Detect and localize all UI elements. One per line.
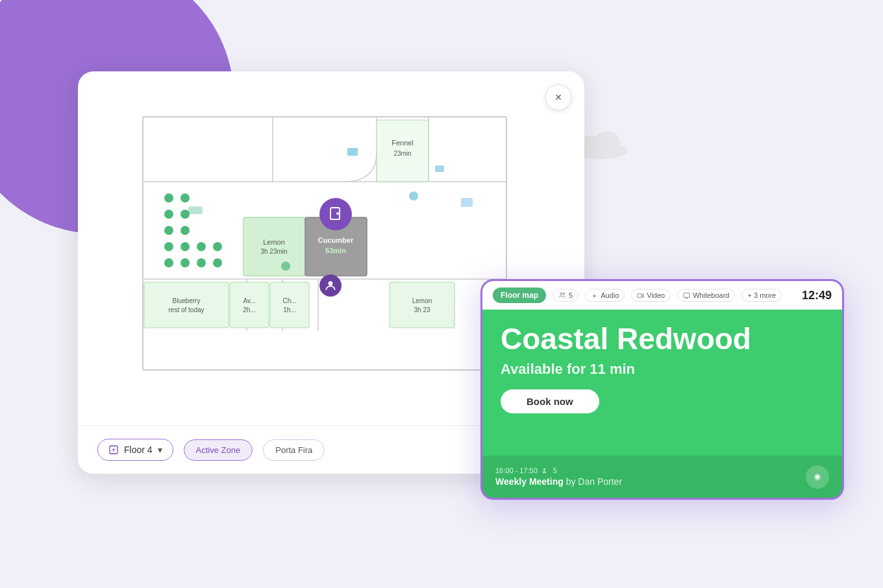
current-time: 12:49 bbox=[802, 289, 832, 302]
svg-rect-43 bbox=[435, 165, 444, 172]
svg-point-53 bbox=[180, 258, 190, 267]
svg-rect-42 bbox=[409, 191, 418, 201]
svg-text:Cucumber: Cucumber bbox=[318, 236, 354, 244]
zone-chip-porta-fira[interactable]: Porta Fira bbox=[263, 439, 325, 461]
svg-text:23min: 23min bbox=[393, 150, 411, 157]
audio-icon bbox=[591, 292, 598, 299]
svg-point-54 bbox=[197, 242, 206, 251]
svg-text:3h 23min: 3h 23min bbox=[260, 248, 287, 255]
floor-plan-svg: Fennel 23min Lemon 3h 23min Cucumber 53m… bbox=[91, 78, 532, 396]
svg-rect-39 bbox=[188, 206, 203, 214]
amenity-more: + 3 more bbox=[741, 289, 782, 302]
svg-rect-19 bbox=[243, 217, 305, 276]
svg-point-60 bbox=[336, 212, 339, 215]
svg-text:2h...: 2h... bbox=[243, 306, 255, 313]
amenity-audio: Audio bbox=[585, 289, 625, 302]
meeting-title: Weekly Meeting by Dan Porter bbox=[495, 476, 806, 487]
room-availability: Available for 11 min bbox=[501, 361, 824, 378]
svg-rect-21 bbox=[144, 282, 229, 328]
meeting-organizer: by Dan Porter bbox=[566, 476, 622, 487]
svg-text:53min: 53min bbox=[325, 247, 346, 254]
svg-rect-41 bbox=[347, 148, 358, 156]
card-header: Floor map 5 Audio Video bbox=[482, 281, 842, 310]
record-icon bbox=[812, 472, 823, 482]
svg-point-50 bbox=[164, 242, 173, 251]
svg-text:Lemon: Lemon bbox=[412, 297, 432, 304]
svg-point-55 bbox=[213, 242, 222, 251]
svg-rect-67 bbox=[684, 293, 690, 297]
svg-point-44 bbox=[164, 193, 173, 202]
svg-point-65 bbox=[593, 295, 595, 297]
svg-point-72 bbox=[815, 475, 819, 478]
svg-point-58 bbox=[281, 262, 290, 271]
close-icon: × bbox=[555, 91, 562, 104]
floor-map-tab[interactable]: Floor map bbox=[493, 288, 546, 303]
svg-text:Av...: Av... bbox=[243, 297, 255, 304]
svg-point-63 bbox=[560, 293, 562, 295]
floor-icon bbox=[108, 445, 119, 455]
svg-point-46 bbox=[164, 210, 173, 219]
meeting-info: 16:00 - 17:50 5 Weekly Meeting by Dan Po… bbox=[495, 467, 806, 487]
book-now-button[interactable]: Book now bbox=[501, 389, 599, 413]
svg-rect-22 bbox=[230, 282, 269, 328]
amenity-video: Video bbox=[631, 289, 671, 302]
card-body: Coastal Redwood Available for 11 min Boo… bbox=[482, 310, 842, 424]
floor-label: Floor 4 bbox=[124, 445, 153, 455]
svg-text:Lemon: Lemon bbox=[263, 238, 285, 246]
svg-point-47 bbox=[180, 210, 190, 219]
svg-point-57 bbox=[213, 258, 222, 267]
amenity-people: 5 bbox=[553, 289, 578, 302]
video-icon bbox=[637, 292, 644, 299]
svg-rect-24 bbox=[390, 282, 454, 328]
record-button[interactable] bbox=[806, 465, 829, 489]
active-zone-label: Active Zone bbox=[196, 445, 241, 455]
svg-point-64 bbox=[563, 293, 565, 295]
svg-text:Ch...: Ch... bbox=[282, 297, 296, 304]
person-marker bbox=[319, 275, 342, 297]
svg-rect-23 bbox=[270, 282, 309, 328]
svg-text:3h 23: 3h 23 bbox=[414, 306, 430, 313]
svg-text:1h...: 1h... bbox=[283, 306, 295, 313]
amenity-whiteboard: Whiteboard bbox=[677, 289, 735, 302]
svg-text:rest of today: rest of today bbox=[168, 306, 204, 313]
svg-point-70 bbox=[543, 469, 545, 471]
svg-rect-66 bbox=[638, 293, 641, 297]
svg-text:Blueberry: Blueberry bbox=[173, 297, 201, 304]
meeting-time: 16:00 - 17:50 5 bbox=[495, 467, 806, 474]
attendees-icon bbox=[541, 467, 549, 474]
svg-point-45 bbox=[180, 193, 190, 202]
svg-point-52 bbox=[164, 258, 173, 267]
svg-rect-40 bbox=[461, 198, 473, 207]
porta-fira-label: Porta Fira bbox=[275, 445, 312, 455]
meeting-row: 16:00 - 17:50 5 Weekly Meeting by Dan Po… bbox=[482, 456, 842, 498]
svg-point-48 bbox=[164, 226, 173, 235]
svg-point-49 bbox=[180, 226, 190, 235]
zone-chip-active-zone[interactable]: Active Zone bbox=[184, 439, 253, 461]
whiteboard-icon bbox=[683, 292, 690, 299]
floor-selector[interactable]: Floor 4 ▾ bbox=[97, 439, 173, 461]
svg-point-5 bbox=[594, 131, 620, 154]
svg-point-56 bbox=[197, 258, 206, 267]
room-name: Coastal Redwood bbox=[501, 323, 824, 356]
svg-point-61 bbox=[329, 281, 333, 286]
people-icon bbox=[558, 291, 566, 299]
svg-text:Fennel: Fennel bbox=[392, 139, 414, 147]
room-detail-card: Floor map 5 Audio Video bbox=[480, 279, 844, 500]
close-button[interactable]: × bbox=[545, 84, 571, 110]
door-marker bbox=[319, 198, 352, 230]
svg-point-51 bbox=[180, 242, 190, 251]
people-count: 5 bbox=[569, 291, 573, 299]
chevron-icon: ▾ bbox=[158, 445, 162, 455]
